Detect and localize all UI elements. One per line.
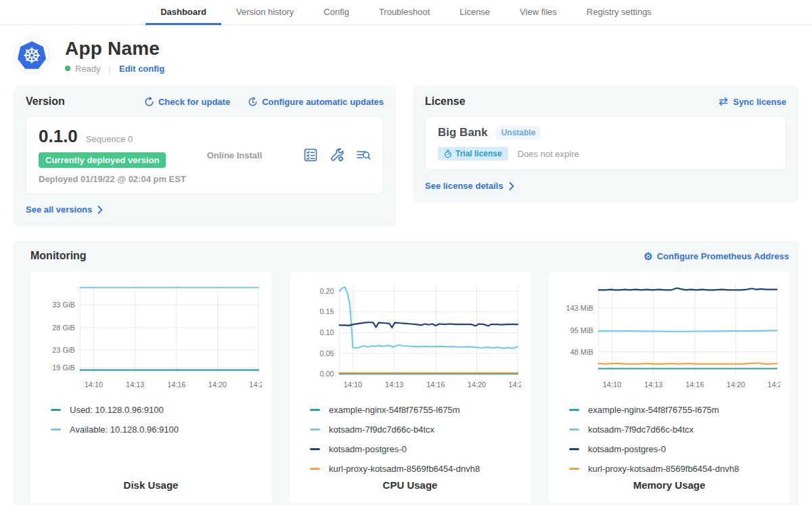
version-number: 0.1.0: [39, 126, 78, 147]
svg-text:0.00: 0.00: [319, 370, 334, 378]
legend-swatch-icon: [51, 429, 61, 431]
svg-text:95 MiB: 95 MiB: [570, 326, 593, 334]
monitoring-section: Monitoring ⚙ Configure Prometheus Addres…: [14, 241, 798, 505]
version-card-title: Version: [26, 95, 65, 108]
app-header: ☸ App Name Ready | Edit config: [0, 25, 812, 85]
top-nav: Dashboard Version history Config Trouble…: [0, 0, 812, 25]
svg-text:14:16: 14:16: [167, 380, 185, 389]
legend-item: kotsadm-postgres-0: [310, 439, 521, 459]
see-all-versions-link[interactable]: See all versions: [26, 204, 103, 215]
version-info: 0.1.0 Sequence 0 Currently deployed vers…: [39, 126, 186, 184]
svg-text:14:13: 14:13: [126, 380, 144, 389]
legend-swatch-icon: [310, 468, 320, 470]
config-wrench-icon[interactable]: [330, 148, 344, 162]
tab-dashboard[interactable]: Dashboard: [145, 0, 221, 25]
chart-title: Memory Usage: [558, 479, 780, 495]
tab-registry-settings[interactable]: Registry settings: [572, 0, 667, 25]
tab-view-files[interactable]: View files: [505, 0, 572, 25]
svg-text:33 GiB: 33 GiB: [52, 301, 74, 309]
legend-label: kotsadm-7f9dc7d66c-b4tcx: [329, 424, 434, 435]
status-text: Ready: [75, 64, 101, 74]
svg-text:14:20: 14:20: [208, 380, 227, 389]
check-for-update-link[interactable]: Check for update: [144, 97, 230, 107]
version-actions: [303, 148, 371, 162]
svg-text:28 GiB: 28 GiB: [52, 324, 74, 332]
legend-item: kurl-proxy-kotsadm-8569fb6454-dnvh8: [569, 459, 780, 479]
tab-version-history[interactable]: Version history: [221, 0, 309, 25]
svg-text:14:23: 14:23: [249, 380, 262, 389]
legend-label: kurl-proxy-kotsadm-8569fb6454-dnvh8: [329, 464, 480, 474]
cards-row: Version Check for update Configure autom…: [14, 86, 798, 226]
tab-config[interactable]: Config: [309, 0, 364, 25]
svg-text:14:13: 14:13: [644, 380, 662, 389]
current-version-card: 0.1.0 Sequence 0 Currently deployed vers…: [26, 116, 384, 194]
status-divider: |: [109, 64, 111, 74]
legend-label: example-nginx-54f8f76755-l675m: [329, 405, 460, 415]
svg-text:14:16: 14:16: [685, 380, 704, 389]
chevron-right-icon: [97, 206, 103, 214]
monitoring-title: Monitoring: [30, 250, 87, 262]
legend-swatch-icon: [310, 448, 320, 450]
legend-swatch-icon: [310, 409, 320, 411]
status-dot-icon: [65, 66, 70, 71]
cpu-usage-plot: 14:1014:1314:1614:2014:230.200.150.100.0…: [299, 280, 521, 393]
legend-item: Used: 10.128.0.96:9100: [51, 400, 262, 420]
svg-text:19 GiB: 19 GiB: [52, 364, 74, 372]
memory-usage-plot: 14:1014:1314:1614:2014:23143 MiB95 MiB48…: [558, 280, 780, 393]
legend-label: example-nginx-54f8f76755-l675m: [588, 405, 719, 415]
legend-swatch-icon: [569, 448, 579, 450]
version-sequence: Sequence 0: [86, 134, 133, 144]
svg-text:0.20: 0.20: [319, 287, 334, 295]
legend-item: kurl-proxy-kotsadm-8569fb6454-dnvh8: [310, 459, 521, 479]
memory-usage-chart-card: 14:1014:1314:1614:2014:23143 MiB95 MiB48…: [549, 271, 790, 503]
see-license-details-link[interactable]: See license details: [425, 181, 514, 191]
license-expiry-text: Does not expire: [518, 149, 579, 159]
preflight-checks-icon[interactable]: [303, 148, 318, 162]
charts-row: 14:1014:1314:1614:2014:2333 GiB28 GiB23 …: [22, 271, 790, 503]
chart-legend: example-nginx-54f8f76755-l675mkotsadm-7f…: [299, 400, 521, 479]
legend-label: kotsadm-postgres-0: [588, 444, 666, 454]
svg-text:14:23: 14:23: [767, 380, 780, 389]
legend-swatch-icon: [569, 429, 579, 431]
legend-item: kotsadm-7f9dc7d66c-b4tcx: [569, 420, 780, 439]
refresh-icon: [144, 97, 154, 107]
schedule-clock-icon: [248, 97, 258, 107]
license-customer-name: Big Bank: [438, 126, 488, 139]
legend-item: kotsadm-postgres-0: [569, 439, 780, 459]
legend-label: Used: 10.128.0.96:9100: [70, 405, 164, 415]
svg-text:14:23: 14:23: [508, 380, 521, 389]
deployed-badge: Currently deployed version: [39, 152, 166, 168]
svg-text:143 MiB: 143 MiB: [566, 304, 593, 312]
install-type-label: Online Install: [207, 150, 263, 160]
legend-swatch-icon: [569, 409, 579, 411]
channel-badge: Unstable: [496, 126, 541, 139]
legend-swatch-icon: [310, 429, 320, 431]
legend-label: kotsadm-7f9dc7d66c-b4tcx: [588, 424, 694, 435]
svg-text:23 GiB: 23 GiB: [52, 346, 74, 354]
deployed-timestamp: Deployed 01/19/22 @ 02:04 pm EST: [39, 174, 186, 184]
legend-item: kotsadm-7f9dc7d66c-b4tcx: [310, 420, 521, 439]
disk-usage-chart-card: 14:1014:1314:1614:2014:2333 GiB28 GiB23 …: [30, 271, 271, 503]
svg-text:14:10: 14:10: [603, 380, 621, 389]
sync-arrows-icon: [718, 97, 729, 106]
legend-label: Available: 10.128.0.96:9100: [70, 424, 179, 435]
legend-item: example-nginx-54f8f76755-l675m: [310, 400, 521, 420]
tab-license[interactable]: License: [445, 0, 505, 25]
configure-prometheus-link[interactable]: ⚙ Configure Prometheus Address: [644, 251, 789, 261]
license-card-title: License: [425, 95, 466, 108]
cpu-usage-chart-card: 14:1014:1314:1614:2014:230.200.150.100.0…: [290, 271, 531, 503]
sync-license-link[interactable]: Sync license: [718, 97, 786, 107]
svg-text:14:20: 14:20: [468, 380, 486, 389]
svg-text:0.10: 0.10: [319, 328, 334, 336]
configure-automatic-updates-link[interactable]: Configure automatic updates: [248, 97, 384, 107]
legend-swatch-icon: [569, 468, 579, 470]
legend-label: kurl-proxy-kotsadm-8569fb6454-dnvh8: [588, 464, 739, 474]
edit-config-link[interactable]: Edit config: [119, 64, 164, 74]
tab-troubleshoot[interactable]: Troubleshoot: [364, 0, 445, 25]
svg-text:14:16: 14:16: [426, 380, 445, 389]
legend-label: kotsadm-postgres-0: [329, 444, 407, 454]
app-status-row: Ready | Edit config: [65, 64, 164, 74]
deploy-logs-icon[interactable]: [356, 148, 371, 162]
chart-title: Disk Usage: [40, 479, 262, 495]
stopwatch-icon: [444, 150, 452, 158]
